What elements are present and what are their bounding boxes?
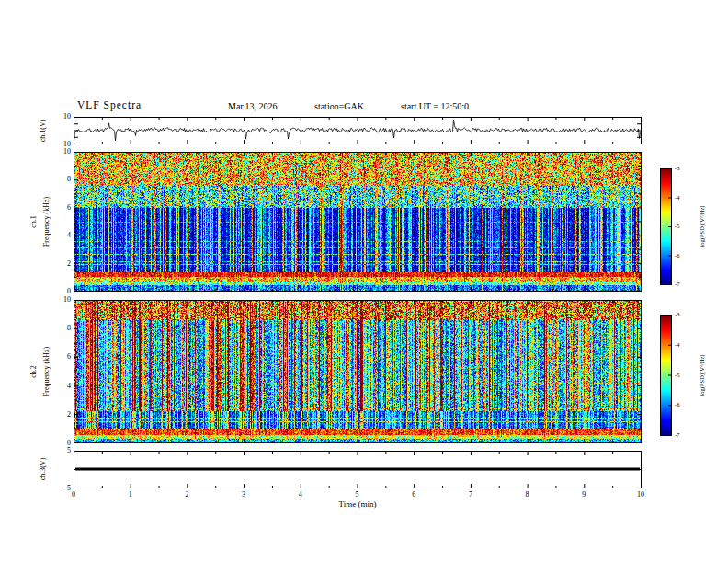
tick-label: -3 — [675, 312, 679, 318]
tick-label: 4 — [299, 491, 302, 499]
tick-label: 0 — [67, 288, 71, 295]
tick-label: 6 — [67, 204, 71, 212]
ch3-axis-label: ch.3(V) — [39, 458, 47, 481]
vlf-spectra-figure: VLF Spectra Mar.13, 2026 station=GAK sta… — [0, 0, 728, 563]
tick-label: 10 — [63, 148, 71, 155]
tick-label: -7 — [675, 432, 679, 439]
tick-label: 8 — [67, 176, 71, 183]
date-label: Mar.13, 2026 — [228, 101, 278, 111]
tick-label: 1 — [129, 491, 132, 499]
tick-label: 5 — [67, 447, 71, 454]
ch2-spectrogram-panel — [74, 300, 642, 443]
colorbar-1 — [660, 168, 672, 285]
colorbar-2-label: log(PSD)(V²/Hz) — [699, 355, 705, 396]
tick-label: 2 — [67, 260, 71, 268]
tick-label: 3 — [242, 491, 245, 499]
tick-label: -5 — [675, 372, 679, 378]
colorbar-2 — [660, 315, 672, 436]
tick-label: 5 — [356, 491, 359, 499]
tick-label: 6 — [412, 491, 415, 499]
tick-label: -6 — [675, 402, 679, 408]
tick-label: 2 — [185, 491, 188, 499]
spec2-channel-label: ch.2 — [29, 365, 38, 378]
tick-label: -3 — [675, 166, 679, 172]
tick-label: 8 — [526, 491, 529, 499]
ch3-waveform-panel — [74, 451, 642, 488]
station-label: station=GAK — [314, 101, 364, 111]
tick-label: -5 — [64, 485, 71, 492]
spec2-ylabel: Frequency (kHz) — [42, 347, 51, 396]
spec1-channel-label: ch.1 — [29, 215, 38, 228]
ch1-waveform-panel — [74, 117, 642, 144]
tick-label: 7 — [469, 491, 472, 499]
tick-label: -7 — [675, 282, 679, 288]
spec1-ylabel: Frequency (kHz) — [42, 197, 51, 247]
tick-label: 2 — [67, 411, 71, 419]
colorbar-1-label: log(PSD)(V²/Hz) — [699, 206, 705, 247]
tick-label: -4 — [675, 342, 679, 349]
tick-label: 10 — [63, 113, 71, 121]
ch1-spectrogram-panel — [74, 152, 642, 292]
tick-label: 4 — [67, 383, 71, 390]
tick-label: -5 — [675, 224, 679, 230]
tick-label: 10 — [637, 491, 644, 499]
tick-label: 8 — [67, 325, 71, 332]
xaxis-title: Time (min) — [339, 500, 377, 509]
tick-label: -6 — [675, 252, 679, 259]
tick-label: 9 — [582, 491, 586, 499]
figure-title: VLF Spectra — [77, 99, 142, 110]
tick-label: 4 — [67, 232, 71, 239]
tick-label: -4 — [675, 194, 679, 201]
tick-label: 6 — [67, 353, 71, 361]
ch1-axis-label: ch.1(V) — [39, 120, 47, 143]
tick-label: 10 — [63, 296, 71, 304]
tick-label: 0 — [72, 491, 75, 499]
start-ut-label: start UT = 12:50:0 — [401, 101, 469, 111]
